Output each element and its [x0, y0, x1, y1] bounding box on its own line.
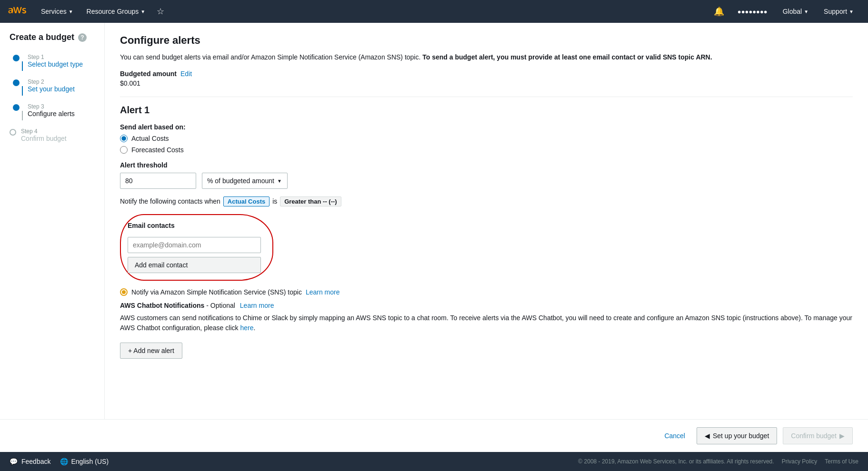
- threshold-type-select[interactable]: % of budgeted amount ▼: [202, 173, 288, 189]
- chevron-left-icon: ◀: [705, 432, 710, 440]
- alert-title: Alert 1: [120, 105, 853, 116]
- add-email-button[interactable]: Add email contact: [128, 257, 261, 273]
- user-account-menu[interactable]: ●●●●●●●●: [731, 0, 774, 23]
- email-contacts-section: Email contacts Add email contact: [120, 214, 273, 281]
- chatbot-here-link[interactable]: here: [240, 324, 253, 332]
- chatbot-row: AWS Chatbot Notifications - Optional Lea…: [120, 302, 853, 309]
- forecasted-costs-option[interactable]: Forecasted Costs: [120, 146, 853, 154]
- page-title: Configure alerts: [120, 34, 853, 47]
- step-2[interactable]: Step 2 Set your budget: [0, 75, 104, 99]
- edit-link[interactable]: Edit: [180, 70, 192, 78]
- add-alert-button[interactable]: + Add new alert: [120, 343, 182, 359]
- email-contacts-label: Email contacts: [128, 222, 261, 229]
- notify-text: Notify the following contacts when Actua…: [120, 196, 853, 206]
- cancel-button[interactable]: Cancel: [658, 429, 691, 442]
- step-3[interactable]: Step 3 Configure alerts: [0, 99, 104, 124]
- actual-costs-option[interactable]: Actual Costs: [120, 135, 853, 142]
- confirm-budget-button: Confirm budget ▶: [783, 427, 853, 444]
- divider: [120, 97, 853, 97]
- forecasted-costs-radio[interactable]: [120, 146, 128, 154]
- step-4: Step 4 Confirm budget: [0, 124, 104, 146]
- services-caret-icon: ▼: [69, 9, 73, 14]
- alert-threshold-label: Alert threshold: [120, 161, 853, 169]
- email-input[interactable]: [128, 237, 261, 253]
- notify-cost-tag: Actual Costs: [223, 196, 269, 206]
- info-text: You can send budget alerts via email and…: [120, 52, 853, 62]
- step-1-connector: [22, 61, 23, 71]
- step-1[interactable]: Step 1 Select budget type: [0, 50, 104, 75]
- sns-row: Notify via Amazon Simple Notification Se…: [120, 288, 853, 296]
- help-icon[interactable]: ?: [78, 33, 87, 42]
- support-caret-icon: ▼: [849, 9, 854, 14]
- support-menu[interactable]: Support ▼: [817, 0, 860, 23]
- services-menu[interactable]: Services ▼: [34, 0, 80, 23]
- notify-threshold-tag: Greater than -- (--): [280, 196, 341, 206]
- alert-type-group: Actual Costs Forecasted Costs: [120, 135, 853, 154]
- favorites-icon[interactable]: ☆: [152, 6, 169, 17]
- sidebar: Create a budget ? Step 1 Select budget t…: [0, 23, 105, 452]
- chatbot-description: AWS customers can send notifications to …: [120, 313, 853, 333]
- step-3-connector: [22, 111, 23, 120]
- sidebar-title: Create a budget ?: [0, 32, 104, 50]
- step-2-dot: [13, 79, 20, 86]
- budgeted-amount-row: Budgeted amount Edit: [120, 70, 853, 78]
- step-1-dot: [13, 55, 20, 61]
- global-caret-icon: ▼: [804, 9, 808, 14]
- notifications-icon[interactable]: 🔔: [709, 6, 729, 17]
- budgeted-value: $0.001: [120, 79, 853, 87]
- setup-budget-button[interactable]: ◀ Set up your budget: [697, 427, 777, 444]
- send-alert-label: Send alert based on:: [120, 123, 853, 131]
- top-nav: Services ▼ Resource Groups ▼ ☆ 🔔 ●●●●●●●…: [0, 0, 868, 23]
- resource-groups-caret-icon: ▼: [140, 9, 145, 14]
- threshold-input[interactable]: [120, 173, 196, 189]
- main-content: Configure alerts You can send budget ale…: [105, 23, 868, 452]
- threshold-row: % of budgeted amount ▼: [120, 173, 853, 189]
- chatbot-learn-more-link[interactable]: Learn more: [240, 302, 274, 309]
- global-menu[interactable]: Global ▼: [776, 0, 815, 23]
- threshold-caret-icon: ▼: [277, 178, 282, 184]
- sns-learn-more-link[interactable]: Learn more: [306, 288, 340, 296]
- step-3-dot: [13, 104, 20, 111]
- chevron-right-icon: ▶: [839, 432, 845, 440]
- sns-checkbox[interactable]: [120, 288, 128, 296]
- footer-actions: Cancel ◀ Set up your budget Confirm budg…: [0, 419, 868, 452]
- step-4-dot: [10, 129, 16, 136]
- step-2-connector: [22, 86, 23, 96]
- aws-logo[interactable]: [8, 6, 27, 17]
- resource-groups-menu[interactable]: Resource Groups ▼: [80, 0, 152, 23]
- actual-costs-radio[interactable]: [120, 135, 128, 142]
